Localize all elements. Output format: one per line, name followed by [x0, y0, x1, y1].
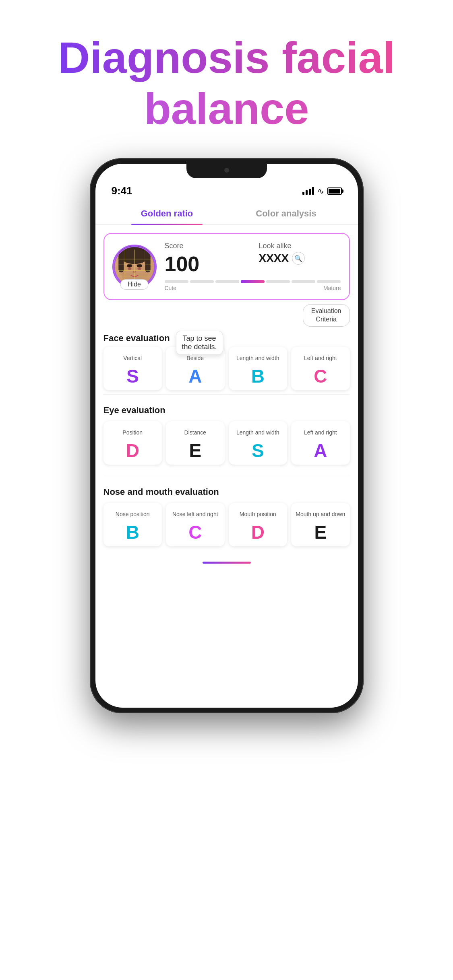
face-grade-vertical[interactable]: Vertical S [103, 347, 162, 390]
tab-color-analysis[interactable]: Color analysis [227, 204, 346, 224]
face-grade-lw-letter: B [233, 367, 283, 385]
face-eval-header: Face evaluation Tap to seethe details. [95, 330, 358, 347]
face-grade-vertical-label: Vertical [108, 352, 158, 364]
bar-labels: Cute Mature [165, 285, 341, 291]
eye-grade-distance[interactable]: Distance E [166, 421, 225, 465]
phone-screen: 9:41 ∿ Golden ratio [95, 164, 358, 708]
eye-dist-letter: E [170, 441, 221, 460]
eye-lw-label: Length and width [233, 426, 283, 439]
word-diagnosis: Diagnosis facial [58, 33, 395, 82]
score-label: Score [165, 242, 247, 250]
bar-seg-4-active [241, 280, 265, 283]
eye-lr-label: Left and right [295, 426, 346, 439]
nose-mouth-grade-grid: Nose position B Nose left and right C Mo… [103, 503, 350, 546]
hero-title-line1: Diagnosis facial [24, 32, 429, 83]
phone-frame: 9:41 ∿ Golden ratio [90, 158, 364, 713]
lookalike-label: Look alike [259, 242, 341, 250]
hero-section: Diagnosis facial balance [0, 0, 453, 150]
bar-seg-1 [165, 280, 188, 283]
bar-seg-5 [266, 280, 290, 283]
signal-icon [302, 187, 314, 195]
mouth-ud-label: Mouth up and down [295, 508, 346, 521]
nose-pos-letter: B [108, 523, 158, 541]
face-grade-lr-letter: C [295, 367, 346, 385]
eval-criteria-button[interactable]: EvaluationCriteria [303, 304, 350, 327]
cuteness-bar: Cute Mature [165, 280, 341, 291]
mouth-grade-position[interactable]: Mouth position D [229, 503, 288, 546]
hide-button[interactable]: Hide [120, 279, 149, 290]
face-eval-tooltip: Tap to seethe details. [176, 331, 223, 355]
divider-2 [103, 476, 350, 476]
svg-rect-3 [145, 253, 150, 272]
score-col: Score 100 [165, 242, 247, 276]
lookalike-search-button[interactable]: 🔍 [292, 252, 305, 265]
score-row: Score 100 Look alike XXXX 🔍 [165, 242, 341, 276]
word-balance: balance [24, 83, 429, 134]
divider-1 [103, 394, 350, 395]
face-grade-lr[interactable]: Left and right C [291, 347, 350, 390]
eye-eval-section: Eye evaluation Position D Distance E Len… [95, 399, 358, 472]
svg-point-7 [127, 264, 132, 267]
eye-grade-lr[interactable]: Left and right A [291, 421, 350, 465]
mature-label: Mature [323, 285, 341, 291]
status-time: 9:41 [112, 185, 132, 197]
eye-eval-grade-grid: Position D Distance E Length and width S… [103, 421, 350, 465]
bar-seg-3 [215, 280, 239, 283]
eye-lw-letter: S [233, 441, 283, 460]
lookalike-value: XXXX 🔍 [259, 252, 341, 265]
eye-lr-letter: A [295, 441, 346, 460]
score-card: Hide Score 100 Look alike XXXX [103, 233, 350, 300]
eye-dist-label: Distance [170, 426, 221, 439]
face-grade-lr-label: Left and right [295, 352, 346, 364]
svg-rect-2 [118, 253, 124, 272]
score-value: 100 [165, 252, 247, 276]
nose-mouth-title: Nose and mouth evaluation [103, 487, 350, 497]
svg-point-4 [127, 267, 131, 270]
eye-grade-lw[interactable]: Length and width S [229, 421, 288, 465]
eye-pos-label: Position [108, 426, 158, 439]
nose-lr-label: Nose left and right [170, 508, 221, 521]
svg-point-5 [137, 267, 141, 270]
lookalike-col: Look alike XXXX 🔍 [259, 242, 341, 276]
nose-mouth-section: Nose and mouth evaluation Nose position … [95, 480, 358, 554]
avatar-wrapper: Hide [112, 245, 157, 289]
score-info: Score 100 Look alike XXXX 🔍 [165, 242, 341, 291]
mouth-pos-letter: D [233, 523, 283, 541]
eye-pos-letter: D [108, 441, 158, 460]
nose-lr-letter: C [170, 523, 221, 541]
bar-seg-2 [190, 280, 214, 283]
face-eval-title: Face evaluation [103, 333, 350, 344]
face-grade-lw-label: Length and width [233, 352, 283, 364]
bar-seg-7 [317, 280, 341, 283]
bar-seg-6 [292, 280, 315, 283]
svg-point-8 [137, 264, 142, 267]
mouth-grade-ud[interactable]: Mouth up and down E [291, 503, 350, 546]
eval-criteria-wrapper: EvaluationCriteria [95, 304, 358, 330]
eye-eval-title: Eye evaluation [103, 405, 350, 416]
face-grade-vertical-letter: S [108, 367, 158, 385]
phone-wrapper: 9:41 ∿ Golden ratio [0, 150, 453, 737]
battery-icon [327, 187, 342, 195]
face-grade-length-width[interactable]: Length and width B [229, 347, 288, 390]
status-icons: ∿ [302, 186, 342, 196]
wifi-icon: ∿ [317, 186, 324, 196]
phone-notch [186, 164, 267, 178]
tab-golden-ratio[interactable]: Golden ratio [108, 204, 227, 224]
tabs-bar: Golden ratio Color analysis [95, 200, 358, 225]
cute-label: Cute [165, 285, 177, 291]
face-grade-beside-letter: A [170, 367, 221, 385]
eye-grade-position[interactable]: Position D [103, 421, 162, 465]
bar-track [165, 280, 341, 283]
mouth-pos-label: Mouth position [233, 508, 283, 521]
nose-pos-label: Nose position [108, 508, 158, 521]
bottom-bar [203, 562, 251, 564]
face-eval-grade-grid: Vertical S Beside A Length and width B L… [95, 347, 358, 390]
mouth-ud-letter: E [295, 523, 346, 541]
nose-grade-position[interactable]: Nose position B [103, 503, 162, 546]
nose-grade-lr[interactable]: Nose left and right C [166, 503, 225, 546]
